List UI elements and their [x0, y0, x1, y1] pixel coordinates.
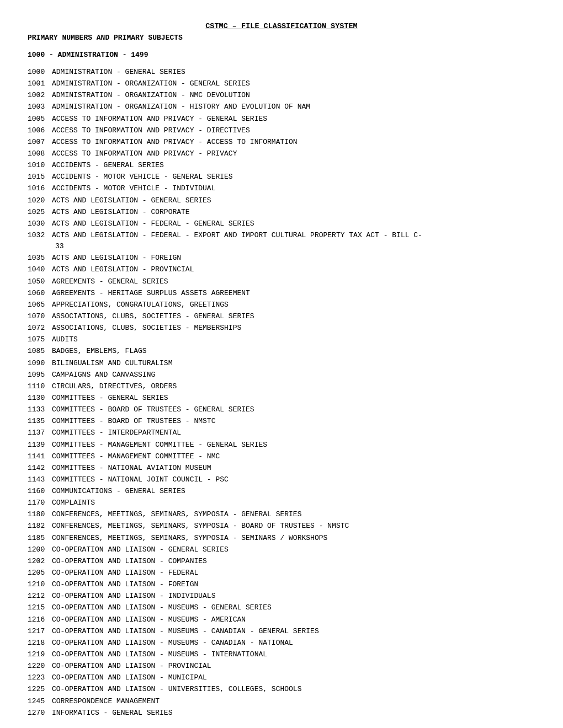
entry-text: ACCESS TO INFORMATION AND PRIVACY - DIRE…: [52, 125, 535, 136]
entry-number: 1090: [28, 358, 52, 369]
entry-text: ASSOCIATIONS, CLUBS, SOCIETIES - MEMBERS…: [52, 323, 535, 334]
list-item: 1185CONFERENCES, MEETINGS, SEMINARS, SYM…: [28, 533, 535, 544]
list-item: 1000ADMINISTRATION - GENERAL SERIES: [28, 67, 535, 78]
list-item: 1219CO-OPERATION AND LIAISON - MUSEUMS -…: [28, 649, 535, 660]
list-item: 1002ADMINISTRATION - ORGANIZATION - NMC …: [28, 90, 535, 101]
entry-text: COMMITTEES - MANAGEMENT COMMITTEE - GENE…: [52, 440, 535, 451]
list-item: 1135COMMITTEES - BOARD OF TRUSTEES - NMS…: [28, 416, 535, 427]
list-item: 1110CIRCULARS, DIRECTIVES, ORDERS: [28, 381, 535, 392]
entry-number: 1040: [28, 264, 52, 275]
entry-number: 1015: [28, 172, 52, 183]
entry-number: 1000: [28, 67, 52, 78]
entry-number: 1005: [28, 114, 52, 125]
entry-text: AGREEMENTS - HERITAGE SURPLUS ASSETS AGR…: [52, 288, 535, 299]
entry-text: COMPLAINTS: [52, 497, 535, 508]
list-item: 1143COMMITTEES - NATIONAL JOINT COUNCIL …: [28, 474, 535, 485]
entry-number: 1270: [28, 708, 52, 719]
entry-number: 1020: [28, 195, 52, 206]
entry-text: CO-OPERATION AND LIAISON - MUSEUMS - GEN…: [52, 602, 535, 613]
entry-text: COMMITTEES - MANAGEMENT COMMITTEE - NMC: [52, 451, 535, 462]
subtitle: PRIMARY NUMBERS AND PRIMARY SUBJECTS: [28, 34, 535, 42]
list-item: 1007ACCESS TO INFORMATION AND PRIVACY - …: [28, 137, 535, 148]
entry-text: CONFERENCES, MEETINGS, SEMINARS, SYMPOSI…: [52, 521, 535, 532]
list-item: 1212CO-OPERATION AND LIAISON - INDIVIDUA…: [28, 591, 535, 602]
list-item: 1245CORRESPONDENCE MANAGEMENT: [28, 696, 535, 707]
entry-text: APPRECIATIONS, CONGRATULATIONS, GREETING…: [52, 299, 535, 311]
list-item: 1130COMMITTEES - GENERAL SERIES: [28, 393, 535, 404]
entry-number: 1133: [28, 404, 52, 415]
list-item: 1016ACCIDENTS - MOTOR VEHICLE - INDIVIDU…: [28, 183, 535, 194]
list-item: 1133COMMITTEES - BOARD OF TRUSTEES - GEN…: [28, 404, 535, 415]
entry-text: ACTS AND LEGISLATION - PROVINCIAL: [52, 264, 535, 275]
entry-text: CO-OPERATION AND LIAISON - MUSEUMS - INT…: [52, 649, 535, 660]
entry-number: 1217: [28, 626, 52, 637]
entry-text: COMMITTEES - BOARD OF TRUSTEES - NMSTC: [52, 416, 535, 427]
list-item: 1170COMPLAINTS: [28, 497, 535, 508]
entry-number: 1050: [28, 276, 52, 287]
entry-text: CO-OPERATION AND LIAISON - FEDERAL: [52, 568, 535, 579]
entry-text: ACCESS TO INFORMATION AND PRIVACY - ACCE…: [52, 137, 535, 148]
list-item: 1003ADMINISTRATION - ORGANIZATION - HIST…: [28, 101, 535, 113]
list-item: 1040ACTS AND LEGISLATION - PROVINCIAL: [28, 264, 535, 275]
entry-number: 1170: [28, 497, 52, 508]
entry-text: ADMINISTRATION - ORGANIZATION - HISTORY …: [52, 101, 535, 113]
list-item: 1142COMMITTEES - NATIONAL AVIATION MUSEU…: [28, 463, 535, 474]
entry-number: 1220: [28, 661, 52, 672]
entry-number: 1085: [28, 346, 52, 357]
entry-number: 1007: [28, 137, 52, 148]
entry-number: 1216: [28, 614, 52, 625]
list-item: 1180CONFERENCES, MEETINGS, SEMINARS, SYM…: [28, 509, 535, 520]
entry-number: 1010: [28, 160, 52, 171]
list-item: 1202CO-OPERATION AND LIAISON - COMPANIES: [28, 556, 535, 567]
entry-text: CO-OPERATION AND LIAISON - FOREIGN: [52, 579, 535, 590]
entry-number: 1030: [28, 218, 52, 229]
page-title: CSTMC – FILE CLASSIFICATION SYSTEM: [28, 22, 535, 30]
list-item: 1210CO-OPERATION AND LIAISON - FOREIGN: [28, 579, 535, 590]
entry-text: CO-OPERATION AND LIAISON - MUSEUMS - CAN…: [52, 638, 535, 649]
entry-text: ACTS AND LEGISLATION - FEDERAL - GENERAL…: [52, 218, 535, 229]
entry-list: 1000ADMINISTRATION - GENERAL SERIES1001A…: [28, 67, 535, 719]
list-item: 1015ACCIDENTS - MOTOR VEHICLE - GENERAL …: [28, 172, 535, 183]
list-item: 1010ACCIDENTS - GENERAL SERIES: [28, 160, 535, 171]
entry-number: 1143: [28, 474, 52, 485]
entry-text: CONFERENCES, MEETINGS, SEMINARS, SYMPOSI…: [52, 509, 535, 520]
list-item: 1139COMMITTEES - MANAGEMENT COMMITTEE - …: [28, 440, 535, 451]
list-item: 1220CO-OPERATION AND LIAISON - PROVINCIA…: [28, 661, 535, 672]
entry-number: 1025: [28, 207, 52, 218]
entry-text: ACCIDENTS - MOTOR VEHICLE - GENERAL SERI…: [52, 172, 535, 183]
list-item: 1008ACCESS TO INFORMATION AND PRIVACY - …: [28, 148, 535, 159]
list-item: 1215CO-OPERATION AND LIAISON - MUSEUMS -…: [28, 602, 535, 613]
entry-number: 1032: [28, 230, 52, 252]
entry-text: ACTS AND LEGISLATION - GENERAL SERIES: [52, 195, 535, 206]
entry-number: 1035: [28, 253, 52, 264]
entry-text: CO-OPERATION AND LIAISON - INDIVIDUALS: [52, 591, 535, 602]
list-item: 1001ADMINISTRATION - ORGANIZATION - GENE…: [28, 78, 535, 89]
section-header: 1000 - ADMINISTRATION - 1499: [28, 51, 535, 59]
entry-text: ASSOCIATIONS, CLUBS, SOCIETIES - GENERAL…: [52, 311, 535, 322]
entry-number: 1218: [28, 638, 52, 649]
list-item: 1205CO-OPERATION AND LIAISON - FEDERAL: [28, 568, 535, 579]
entry-number: 1070: [28, 311, 52, 322]
entry-number: 1182: [28, 521, 52, 532]
entry-text: ACTS AND LEGISLATION - FOREIGN: [52, 253, 535, 264]
entry-number: 1075: [28, 334, 52, 345]
entry-number: 1215: [28, 602, 52, 613]
entry-text: COMMITTEES - NATIONAL AVIATION MUSEUM: [52, 463, 535, 474]
list-item: 1218CO-OPERATION AND LIAISON - MUSEUMS -…: [28, 638, 535, 649]
entry-text: COMMITTEES - NATIONAL JOINT COUNCIL - PS…: [52, 474, 535, 485]
list-item: 1141COMMITTEES - MANAGEMENT COMMITTEE - …: [28, 451, 535, 462]
entry-number: 1135: [28, 416, 52, 427]
entry-number: 1223: [28, 672, 52, 683]
list-item: 1182CONFERENCES, MEETINGS, SEMINARS, SYM…: [28, 521, 535, 532]
entry-text: ACTS AND LEGISLATION - FEDERAL - EXPORT …: [52, 230, 535, 252]
entry-number: 1160: [28, 486, 52, 497]
list-item: 1223CO-OPERATION AND LIAISON - MUNICIPAL: [28, 672, 535, 683]
entry-number: 1003: [28, 101, 52, 113]
entry-number: 1065: [28, 299, 52, 311]
list-item: 1095CAMPAIGNS AND CANVASSING: [28, 370, 535, 381]
list-item: 1060AGREEMENTS - HERITAGE SURPLUS ASSETS…: [28, 288, 535, 299]
list-item: 1065APPRECIATIONS, CONGRATULATIONS, GREE…: [28, 299, 535, 311]
entry-text: CO-OPERATION AND LIAISON - PROVINCIAL: [52, 661, 535, 672]
list-item: 1005ACCESS TO INFORMATION AND PRIVACY - …: [28, 114, 535, 125]
entry-text: ADMINISTRATION - GENERAL SERIES: [52, 67, 535, 78]
